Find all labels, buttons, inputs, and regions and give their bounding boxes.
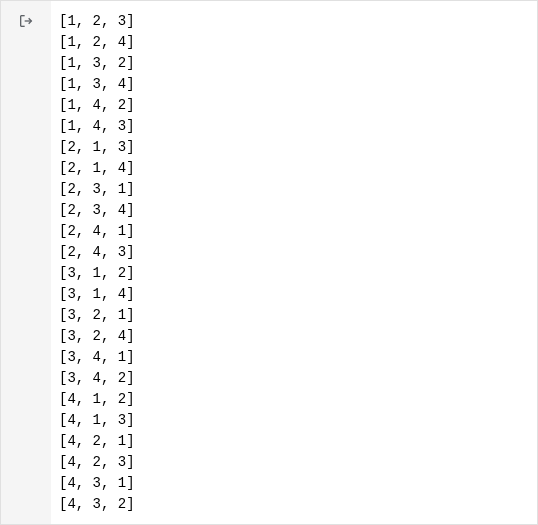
output-line: [3, 1, 2] xyxy=(59,263,529,284)
cell-gutter xyxy=(1,1,51,524)
output-indicator-icon xyxy=(18,13,34,29)
output-line: [1, 4, 3] xyxy=(59,116,529,137)
output-line: [4, 1, 2] xyxy=(59,389,529,410)
output-line: [2, 4, 1] xyxy=(59,221,529,242)
output-line: [3, 4, 2] xyxy=(59,368,529,389)
output-line: [3, 2, 1] xyxy=(59,305,529,326)
output-line: [1, 3, 4] xyxy=(59,74,529,95)
output-line: [4, 1, 3] xyxy=(59,410,529,431)
output-line: [4, 3, 2] xyxy=(59,494,529,515)
output-line: [4, 2, 1] xyxy=(59,431,529,452)
output-line: [2, 1, 4] xyxy=(59,158,529,179)
output-text-area[interactable]: [1, 2, 3][1, 2, 4][1, 3, 2][1, 3, 4][1, … xyxy=(51,1,537,524)
output-line: [2, 1, 3] xyxy=(59,137,529,158)
output-line: [2, 4, 3] xyxy=(59,242,529,263)
output-line: [4, 3, 1] xyxy=(59,473,529,494)
output-line: [4, 2, 3] xyxy=(59,452,529,473)
output-line: [3, 1, 4] xyxy=(59,284,529,305)
output-line: [1, 2, 4] xyxy=(59,32,529,53)
output-line: [1, 4, 2] xyxy=(59,95,529,116)
output-line: [2, 3, 1] xyxy=(59,179,529,200)
output-line: [3, 4, 1] xyxy=(59,347,529,368)
output-line: [1, 2, 3] xyxy=(59,11,529,32)
output-cell: [1, 2, 3][1, 2, 4][1, 3, 2][1, 3, 4][1, … xyxy=(1,1,537,524)
output-line: [3, 2, 4] xyxy=(59,326,529,347)
output-line: [2, 3, 4] xyxy=(59,200,529,221)
output-line: [1, 3, 2] xyxy=(59,53,529,74)
